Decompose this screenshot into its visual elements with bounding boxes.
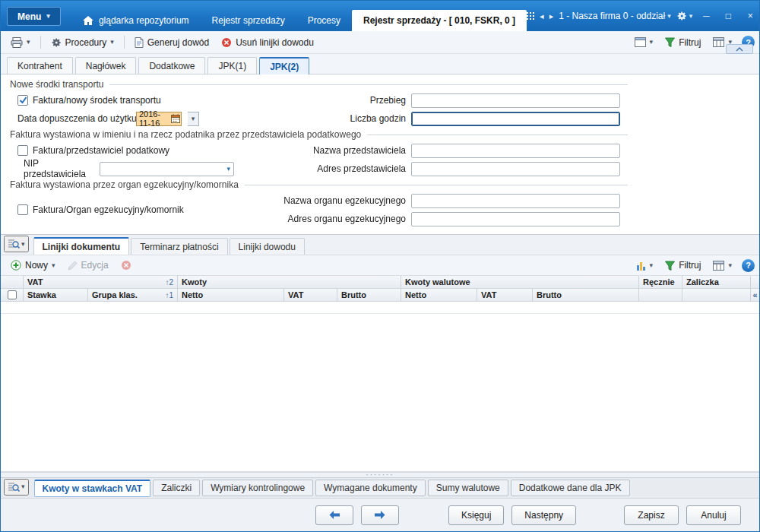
save-button[interactable]: Zapisz bbox=[624, 505, 679, 525]
edit-row-button[interactable]: Edycja bbox=[62, 257, 114, 274]
settings-button[interactable]: ▾ bbox=[676, 11, 693, 21]
collapse-columns-button[interactable]: « bbox=[751, 289, 759, 301]
chevron-down-icon: ▾ bbox=[21, 241, 25, 248]
bottom-tab-sumy-walutowe[interactable]: Sumy walutowe bbox=[428, 480, 508, 496]
previous-record-button[interactable] bbox=[315, 505, 353, 525]
calendar-icon[interactable] bbox=[171, 114, 180, 123]
titlebar-tab-sales-register[interactable]: Rejestr sprzedaży bbox=[201, 10, 296, 31]
next-button[interactable]: Następny bbox=[511, 505, 576, 525]
column-brutto-walutowe[interactable]: Brutto bbox=[533, 289, 639, 301]
tab-jpk2[interactable]: JPK(2) bbox=[259, 57, 309, 74]
cancel-button[interactable]: Anuluj bbox=[686, 505, 741, 525]
column-group-kwoty[interactable]: Kwoty bbox=[178, 276, 401, 288]
printer-icon bbox=[11, 37, 23, 48]
splitter-handle[interactable]: ······· bbox=[1, 472, 759, 477]
arrow-left-icon bbox=[328, 510, 340, 520]
grid-settings-button[interactable]: ▾ bbox=[708, 258, 737, 274]
column-group-kwoty-walutowe[interactable]: Kwoty walutowe bbox=[401, 276, 639, 288]
chart-view-button[interactable]: ▾ bbox=[631, 258, 659, 274]
grid-tab-proof-lines[interactable]: Linijki dowodu bbox=[230, 238, 305, 255]
tab-naglowek[interactable]: Nagłówek bbox=[75, 57, 137, 74]
bottom-layout-button[interactable]: ▾ bbox=[4, 479, 29, 496]
collapse-header-button[interactable] bbox=[726, 44, 753, 54]
grid-tab-document-lines[interactable]: Linijki dokumentu bbox=[33, 237, 130, 255]
maximize-button[interactable]: □ bbox=[720, 9, 736, 23]
enforcement-name-input[interactable] bbox=[411, 194, 620, 208]
representative-address-label: Adres przedstawiciela bbox=[258, 163, 406, 174]
representative-checkbox[interactable] bbox=[17, 145, 28, 156]
grid-header: VAT ↑2 Kwoty Kwoty walutowe Ręcznie Zali… bbox=[1, 276, 759, 302]
representative-address-input[interactable] bbox=[411, 162, 620, 176]
grid-filter-button[interactable]: Filtruj bbox=[660, 257, 706, 274]
new-row-button[interactable]: Nowy ▾ bbox=[5, 257, 61, 274]
filter-button[interactable]: Filtruj bbox=[660, 34, 706, 51]
column-netto[interactable]: Netto bbox=[178, 289, 284, 301]
column-vat-walutowe[interactable]: VAT bbox=[477, 289, 533, 301]
column-grupa-klas[interactable]: Grupa klas. ↑1 bbox=[88, 289, 178, 301]
close-button[interactable]: × bbox=[742, 9, 758, 23]
tab-dodatkowe[interactable]: Dodatkowe bbox=[138, 57, 205, 74]
enforcement-checkbox[interactable] bbox=[17, 204, 28, 215]
lines-grid-section: ▾ Linijki dokumentu Terminarz płatności … bbox=[1, 234, 759, 472]
column-group-vat[interactable]: VAT ↑2 bbox=[24, 276, 178, 288]
post-button[interactable]: Księguj bbox=[448, 505, 504, 525]
delete-row-button[interactable] bbox=[116, 257, 137, 274]
representative-nip-combo[interactable]: ▾ bbox=[100, 162, 234, 176]
column-brutto[interactable]: Brutto bbox=[337, 289, 401, 301]
new-transport-checkbox[interactable] bbox=[17, 95, 28, 106]
footer-bar: Księguj Następny Zapisz Anuluj bbox=[1, 498, 759, 531]
mileage-label: Przebieg bbox=[258, 95, 406, 106]
nav-back-icon[interactable]: ◂ bbox=[540, 11, 544, 21]
date-dropdown-button[interactable]: ▾ bbox=[188, 112, 199, 126]
grid-filter-label: Filtruj bbox=[679, 260, 701, 271]
hours-input[interactable] bbox=[411, 112, 620, 126]
print-button[interactable]: ▾ bbox=[5, 34, 36, 51]
delete-proof-lines-button[interactable]: Usuń linijki dowodu bbox=[216, 34, 319, 51]
bottom-tab-dodatkowe-jpk[interactable]: Dodatkowe dane dla JPK bbox=[511, 480, 630, 496]
grid-header-column-row: Stawka Grupa klas. ↑1 Netto VAT Brutto N… bbox=[1, 289, 759, 302]
tab-label: Nagłówek bbox=[86, 61, 126, 71]
tab-jpk1[interactable]: JPK(1) bbox=[207, 57, 257, 74]
representative-nip-label: NIP przedstawiciela bbox=[24, 158, 95, 179]
generate-proof-button[interactable]: Generuj dowód bbox=[129, 34, 214, 51]
representative-name-input[interactable] bbox=[411, 144, 620, 158]
chevron-down-icon: ▾ bbox=[728, 262, 732, 269]
column-zaliczka[interactable]: Zaliczka bbox=[682, 276, 751, 288]
tab-kontrahent[interactable]: Kontrahent bbox=[7, 57, 73, 74]
minimize-button[interactable]: ─ bbox=[698, 9, 714, 23]
mileage-input[interactable] bbox=[411, 93, 620, 108]
app-window: Menu ▾ glądarka repozytorium Rejestr spr… bbox=[0, 0, 760, 532]
select-all-checkbox[interactable] bbox=[8, 290, 17, 299]
select-all-cell bbox=[1, 289, 24, 301]
bar-chart-icon bbox=[636, 261, 646, 271]
grid-layout-button[interactable]: ▾ bbox=[4, 236, 29, 252]
titlebar-tab-processes[interactable]: Procesy bbox=[296, 10, 352, 31]
search-layout-icon bbox=[8, 482, 20, 492]
apps-grid-icon[interactable] bbox=[527, 12, 534, 20]
nav-forward-icon[interactable]: ▸ bbox=[549, 11, 554, 21]
menu-button[interactable]: Menu ▾ bbox=[7, 7, 61, 26]
company-selector[interactable]: 1 - Nasza firma 0 - oddział ▾ bbox=[559, 11, 671, 21]
titlebar-tab-repository[interactable]: glądarka repozytorium bbox=[71, 10, 201, 31]
grid-tab-payment-schedule[interactable]: Terminarz płatności bbox=[131, 238, 227, 255]
chevron-down-icon: ▾ bbox=[689, 13, 693, 20]
grid-body[interactable] bbox=[1, 302, 759, 472]
enforcement-name-label: Nazwa organu egzekucyjnego bbox=[258, 195, 406, 206]
column-label: Grupa klas. bbox=[92, 290, 138, 299]
admission-date-input[interactable]: 2016-11-16 bbox=[136, 112, 182, 126]
help-icon[interactable]: ? bbox=[742, 259, 755, 272]
column-vat[interactable]: VAT bbox=[284, 289, 337, 301]
next-record-button[interactable] bbox=[361, 505, 399, 525]
bottom-tab-vat-rates[interactable]: Kwoty w stawkach VAT bbox=[34, 480, 151, 497]
grid-header-group-row: VAT ↑2 Kwoty Kwoty walutowe Ręcznie Zali… bbox=[1, 276, 759, 289]
column-recznie[interactable]: Ręcznie bbox=[639, 276, 682, 288]
titlebar-tab-active-document[interactable]: Rejestr sprzedaży - [ 010, FSKR, 0 ] bbox=[352, 10, 527, 31]
enforcement-address-input[interactable] bbox=[411, 212, 620, 226]
column-netto-walutowe[interactable]: Netto bbox=[401, 289, 477, 301]
bottom-tab-wymagane-dokumenty[interactable]: Wymagane dokumenty bbox=[315, 480, 426, 496]
bottom-tab-zaliczki[interactable]: Zaliczki bbox=[153, 480, 200, 496]
panel-view-button[interactable]: ▾ bbox=[629, 34, 659, 50]
bottom-tab-wymiary[interactable]: Wymiary kontrolingowe bbox=[202, 480, 313, 496]
procedures-button[interactable]: Procedury ▾ bbox=[46, 34, 119, 51]
column-stawka[interactable]: Stawka bbox=[24, 289, 88, 301]
